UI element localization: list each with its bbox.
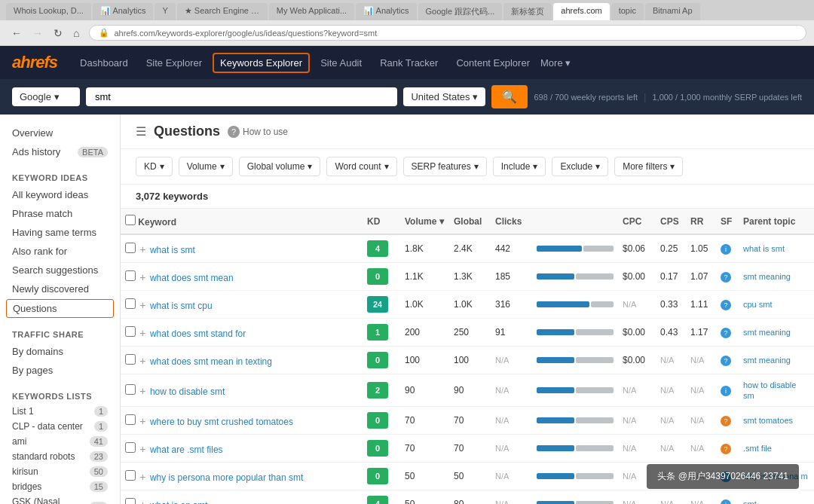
add-button-6[interactable]: + — [138, 415, 147, 427]
sidebar-list-item-clp[interactable]: CLP - data center 1 — [0, 419, 120, 434]
add-button-0[interactable]: + — [138, 243, 147, 255]
select-all-checkbox[interactable] — [125, 215, 136, 225]
th-cpc[interactable]: CPC — [618, 209, 656, 234]
row-checkbox-0[interactable] — [125, 243, 136, 253]
filter-exclude[interactable]: Exclude ▾ — [552, 157, 608, 176]
nav-rank-tracker[interactable]: Rank Tracker — [372, 53, 445, 73]
sidebar-item-questions[interactable]: Questions — [6, 299, 114, 318]
row-checkbox-6[interactable] — [125, 414, 136, 425]
tab-webapp[interactable]: My Web Applicati... — [269, 3, 354, 20]
add-button-7[interactable]: + — [138, 443, 147, 455]
row-checkbox-8[interactable] — [125, 470, 136, 481]
tab-analytics1[interactable]: 📊 Analytics — [93, 3, 153, 20]
add-button-5[interactable]: + — [138, 385, 147, 397]
nav-more[interactable]: More ▾ — [540, 53, 571, 73]
row-checkbox-5[interactable] — [125, 384, 136, 395]
keyword-link-7[interactable]: what are .smt files — [150, 444, 223, 455]
parent-topic-link-6[interactable]: smt tomatoes — [743, 416, 793, 425]
row-checkbox-9[interactable] — [125, 498, 136, 505]
keyword-link-4[interactable]: what does smt mean in texting — [150, 356, 272, 367]
keyword-link-3[interactable]: what does smt stand for — [150, 328, 246, 339]
parent-topic-link-4[interactable]: smt meaning — [743, 356, 791, 365]
add-button-2[interactable]: + — [138, 299, 147, 311]
forward-btn[interactable]: → — [29, 26, 47, 41]
country-select[interactable]: United States ▾ — [403, 87, 485, 106]
sidebar-item-overview[interactable]: Overview — [0, 124, 120, 142]
keyword-link-6[interactable]: where to buy smt crushed tomatoes — [150, 417, 293, 427]
add-button-9[interactable]: + — [138, 499, 147, 505]
keyword-link-5[interactable]: how to disable smt — [150, 386, 225, 397]
keyword-link-2[interactable]: what is smt cpu — [150, 301, 213, 311]
search-button[interactable]: 🔍 — [491, 85, 528, 108]
sf-question-icon[interactable]: ? — [721, 328, 731, 338]
sf-info-icon[interactable]: i — [721, 499, 731, 505]
add-button-4[interactable]: + — [138, 355, 147, 367]
parent-topic-link-1[interactable]: smt meaning — [743, 272, 791, 281]
th-parent-topic[interactable]: Parent topic — [739, 209, 814, 234]
keyword-link-0[interactable]: what is smt — [150, 245, 195, 255]
parent-topic-link-9[interactable]: smt — [743, 499, 757, 504]
parent-topic-link-5[interactable]: how to disable sm — [743, 380, 796, 400]
row-checkbox-2[interactable] — [125, 298, 136, 309]
sidebar-item-all-keywords[interactable]: All keyword ideas — [0, 185, 120, 204]
sidebar-item-phrase-match[interactable]: Phrase match — [0, 204, 120, 223]
sf-info-icon[interactable]: i — [721, 386, 731, 396]
th-volume[interactable]: Volume ▾ — [400, 209, 449, 234]
sidebar-list-item-list1[interactable]: List 1 1 — [0, 404, 120, 419]
home-btn[interactable]: ⌂ — [69, 26, 83, 41]
back-btn[interactable]: ← — [8, 26, 26, 41]
browser-nav[interactable]: ← → ↻ ⌂ — [8, 26, 83, 41]
sidebar-item-by-pages[interactable]: By pages — [0, 361, 120, 380]
tab-search-engine[interactable]: ★ Search Engine Re... — [177, 3, 268, 20]
th-sf[interactable]: SF — [716, 209, 739, 234]
add-button-1[interactable]: + — [138, 271, 147, 283]
nav-dashboard[interactable]: Dashboard — [72, 53, 136, 73]
keyword-link-9[interactable]: what is an smt — [150, 500, 208, 505]
tab-topic[interactable]: topic — [611, 3, 644, 20]
row-checkbox-3[interactable] — [125, 326, 136, 337]
row-checkbox-7[interactable] — [125, 442, 136, 453]
filter-kd[interactable]: KD ▾ — [136, 157, 173, 176]
sidebar-list-item-bridges[interactable]: bridges 15 — [0, 479, 120, 494]
add-button-8[interactable]: + — [138, 471, 147, 483]
sidebar-item-having-same-terms[interactable]: Having same terms — [0, 223, 120, 242]
tab-ahrefs[interactable]: ahrefs.com — [553, 3, 609, 20]
filter-include[interactable]: Include ▾ — [493, 157, 546, 176]
sf-question-icon[interactable]: ? — [721, 300, 731, 310]
nav-site-explorer[interactable]: Site Explorer — [139, 53, 210, 73]
tab-google-track[interactable]: Google 跟踪代码... — [418, 3, 503, 20]
sf-question-icon[interactable]: ? — [721, 356, 731, 366]
row-checkbox-4[interactable] — [125, 354, 136, 365]
address-bar[interactable]: 🔒 ahrefs.com/keywords-explorer/google/us… — [89, 25, 806, 41]
filter-word-count[interactable]: Word count ▾ — [326, 157, 396, 176]
reload-btn[interactable]: ↻ — [50, 26, 66, 41]
hamburger-icon[interactable]: ☰ — [136, 124, 146, 139]
nav-site-audit[interactable]: Site Audit — [313, 53, 369, 73]
sf-question-icon[interactable]: ? — [721, 444, 731, 454]
th-kd[interactable]: KD — [363, 209, 400, 234]
keyword-link-8[interactable]: why is persona more popular than smt — [150, 472, 303, 483]
parent-topic-link-2[interactable]: cpu smt — [743, 300, 773, 309]
parent-topic-link-0[interactable]: what is smt — [743, 244, 785, 253]
filter-global-volume[interactable]: Global volume ▾ — [239, 157, 321, 176]
keyword-link-1[interactable]: what does smt mean — [150, 273, 234, 283]
th-clicks[interactable]: Clicks — [491, 209, 532, 234]
tab-analytics2[interactable]: 📊 Analytics — [356, 3, 416, 20]
add-button-3[interactable]: + — [138, 327, 147, 339]
tab-bitnami[interactable]: Bitnami Ap — [645, 3, 700, 20]
filter-more[interactable]: More filters ▾ — [614, 157, 683, 176]
sidebar-item-by-domains[interactable]: By domains — [0, 342, 120, 361]
parent-topic-link-7[interactable]: .smt file — [743, 444, 772, 453]
nav-keywords-explorer[interactable]: Keywords Explorer — [213, 53, 310, 73]
sidebar-list-item-ami[interactable]: ami 41 — [0, 434, 120, 449]
sidebar-item-ads-history[interactable]: Ads history BETA — [0, 142, 120, 161]
sf-info-icon[interactable]: i — [721, 244, 731, 255]
sidebar-list-item-gsk-nasal[interactable]: GSK (Nasal Allergy) 45 — [0, 494, 120, 504]
row-checkbox-1[interactable] — [125, 270, 136, 281]
tab-yahoo[interactable]: Y — [155, 3, 175, 20]
search-input[interactable] — [95, 91, 388, 102]
filter-volume[interactable]: Volume ▾ — [179, 157, 233, 176]
th-rr[interactable]: RR — [686, 209, 716, 234]
sidebar-item-search-suggestions[interactable]: Search suggestions — [0, 261, 120, 279]
sf-question-icon[interactable]: ? — [721, 272, 731, 283]
